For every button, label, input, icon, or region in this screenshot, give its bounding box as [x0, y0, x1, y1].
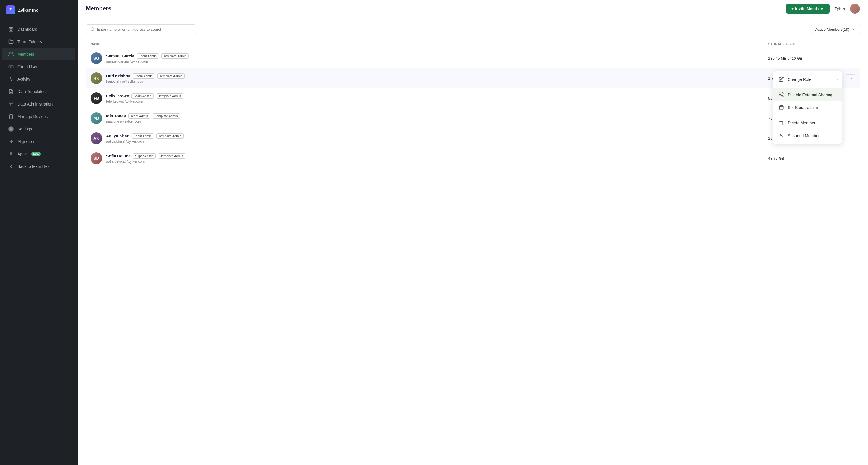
- member-info: FB Felix Brown Team Admin Template Admin…: [91, 93, 768, 104]
- sidebar-item-migration[interactable]: Migration: [2, 135, 75, 147]
- member-avatar: AK: [91, 132, 102, 144]
- svg-point-15: [10, 155, 11, 155]
- sidebar-item-members[interactable]: Members: [2, 48, 75, 60]
- svg-point-20: [779, 94, 781, 96]
- svg-rect-2: [11, 30, 13, 31]
- svg-point-26: [780, 134, 782, 136]
- sidebar-nav: Dashboard Team Folders Members Client Us…: [0, 20, 78, 465]
- member-name: Samuel Garcia: [106, 54, 134, 58]
- filter-button[interactable]: Active Members(18): [811, 25, 860, 34]
- table-row[interactable]: SG Samuel Garcia Team Admin Template Adm…: [86, 48, 860, 68]
- table-row[interactable]: MJ Mia Jones Team Admin Template Admin m…: [86, 108, 860, 128]
- member-details: Felix Brown Team Admin Template Admin fe…: [106, 93, 768, 103]
- menu-divider: [773, 87, 842, 87]
- member-email: hari.krishna@zylker.com: [106, 79, 768, 84]
- storage-used: 48.75 GB: [768, 156, 855, 161]
- member-name-row: Sofia Deluca Super Admin Template Admin: [106, 153, 768, 159]
- member-email: sofia.deluca@zylker.com: [106, 160, 768, 164]
- suspend-icon: [778, 133, 784, 139]
- sidebar-item-dashboard[interactable]: Dashboard: [2, 23, 75, 35]
- sidebar-item-client-users[interactable]: Client Users: [2, 61, 75, 73]
- member-email: felix.brown@zylker.com: [106, 99, 768, 103]
- menu-item-suspend-member[interactable]: Suspend Member: [773, 129, 842, 142]
- activity-icon: [8, 76, 14, 82]
- svg-rect-3: [9, 30, 10, 31]
- badge-team-admin: Team Admin: [137, 53, 159, 59]
- menu-item-label: Disable External Sharing: [788, 93, 832, 97]
- sidebar-item-label: Apps: [18, 152, 27, 156]
- col-storage-header: STORAGE USED: [768, 42, 855, 46]
- member-email: samuel.garcia@zylker.com: [106, 59, 768, 64]
- sidebar-item-label: Data Templates: [18, 89, 45, 94]
- avatar[interactable]: [850, 4, 860, 13]
- apps-new-badge: New: [31, 152, 41, 156]
- sidebar-item-data-administration[interactable]: Data Administration: [2, 98, 75, 110]
- member-name-row: Samuel Garcia Team Admin Template Admin: [106, 53, 768, 59]
- member-email: mia.jones@zylker.com: [106, 120, 768, 124]
- menu-item-set-storage-limit[interactable]: Set Storage Limit: [773, 101, 842, 114]
- svg-point-13: [10, 153, 11, 154]
- member-name: Sofia Deluca: [106, 154, 130, 158]
- chevron-right-icon: ›: [836, 77, 838, 81]
- svg-point-25: [779, 105, 783, 107]
- menu-item-disable-external-sharing[interactable]: Disable External Sharing: [773, 89, 842, 101]
- badge-team-admin: Team Admin: [132, 73, 155, 78]
- user-name: Zylker: [834, 6, 845, 11]
- sidebar-item-team-folders[interactable]: Team Folders: [2, 36, 75, 48]
- member-name: Hari Krishna: [106, 74, 130, 78]
- svg-rect-0: [9, 27, 10, 29]
- member-avatar: SG: [91, 53, 102, 64]
- member-name-row: Felix Brown Team Admin Template Admin: [106, 93, 768, 99]
- member-name: Felix Brown: [106, 94, 129, 98]
- menu-item-label: Change Role: [788, 77, 811, 82]
- member-name-row: Aaliya Khan Team Admin Template Admin: [106, 133, 768, 139]
- sidebar-item-label: Activity: [18, 77, 30, 81]
- sidebar-item-data-templates[interactable]: Data Templates: [2, 86, 75, 98]
- search-box: [86, 24, 196, 34]
- search-input[interactable]: [97, 27, 192, 32]
- badge-super-admin: Super Admin: [133, 153, 156, 159]
- more-options-button[interactable]: ···: [845, 74, 855, 82]
- sidebar-item-activity[interactable]: Activity: [2, 73, 75, 85]
- grid-icon: [8, 26, 14, 32]
- member-email: aaliya.khan@zylker.com: [106, 139, 768, 143]
- app-logo-icon: Z: [6, 5, 15, 14]
- edit-icon: [778, 76, 784, 82]
- menu-item-change-role[interactable]: Change Role ›: [773, 73, 842, 86]
- member-avatar: FB: [91, 93, 102, 104]
- trash-icon: [778, 120, 784, 126]
- context-menu: Change Role › Disable External Sharing: [773, 71, 842, 144]
- svg-point-12: [10, 128, 12, 130]
- invite-members-button[interactable]: + Invite Members: [786, 4, 830, 13]
- table-row[interactable]: FB Felix Brown Team Admin Template Admin…: [86, 89, 860, 108]
- sidebar-item-settings[interactable]: Settings: [2, 123, 75, 135]
- table-row[interactable]: HK Hari Krishna Team Admin Template Admi…: [86, 68, 860, 89]
- badge-template-admin: Template Admin: [161, 53, 189, 59]
- content-area: Active Members(18) NAME STORAGE USED SG …: [78, 18, 868, 465]
- col-name-header: NAME: [91, 42, 768, 46]
- badge-template-admin: Template Admin: [156, 133, 184, 139]
- menu-item-delete-member[interactable]: Delete Member: [773, 117, 842, 129]
- member-avatar: MJ: [91, 112, 102, 124]
- admin-icon: [8, 101, 14, 107]
- sidebar-item-back-to-team[interactable]: Back to team files: [2, 160, 75, 172]
- table-row[interactable]: SD Sofia Deluca Super Admin Template Adm…: [86, 148, 860, 168]
- badge-template-admin: Template Admin: [157, 73, 185, 78]
- member-info: AK Aaliya Khan Team Admin Template Admin…: [91, 132, 768, 144]
- member-details: Sofia Deluca Super Admin Template Admin …: [106, 153, 768, 164]
- chevron-down-icon: [851, 27, 856, 31]
- sidebar-item-label: Dashboard: [18, 27, 37, 32]
- member-details: Aaliya Khan Team Admin Template Admin aa…: [106, 133, 768, 143]
- sidebar-item-apps[interactable]: Apps New: [2, 148, 75, 160]
- member-info: SG Samuel Garcia Team Admin Template Adm…: [91, 53, 768, 64]
- filter-label: Active Members(18): [815, 27, 849, 32]
- table-row[interactable]: AK Aaliya Khan Team Admin Template Admin…: [86, 128, 860, 148]
- badge-team-admin: Team Admin: [132, 133, 154, 139]
- member-info: MJ Mia Jones Team Admin Template Admin m…: [91, 112, 768, 124]
- member-details: Mia Jones Team Admin Template Admin mia.…: [106, 113, 768, 124]
- svg-point-11: [11, 118, 11, 118]
- table-header: NAME STORAGE USED: [86, 40, 860, 48]
- svg-rect-1: [11, 27, 13, 29]
- sidebar-item-manage-devices[interactable]: Manage Devices: [2, 110, 75, 123]
- svg-rect-9: [9, 102, 13, 106]
